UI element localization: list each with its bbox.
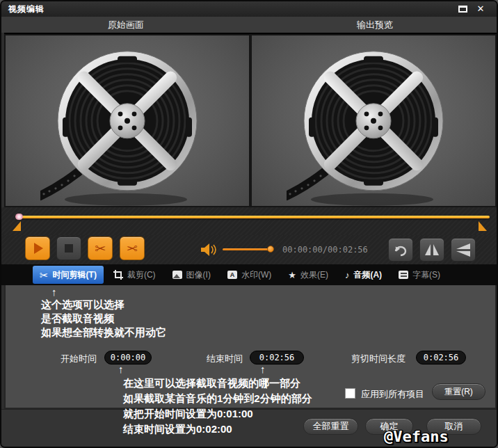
start-time-field[interactable]: 0:00:00: [104, 351, 152, 365]
timeline-playhead[interactable]: [15, 214, 23, 220]
start-time-label: 开始时间: [61, 353, 97, 365]
apply-all-label: 应用到所有项目: [361, 388, 424, 401]
hint-line: 就把开始时间设置为0:01:00: [123, 406, 312, 422]
scissors-icon: ✂: [95, 242, 106, 255]
watermark-text: @Vefans: [384, 428, 449, 445]
tab-label: 音频(A): [353, 269, 382, 281]
tab-crop[interactable]: 裁剪(C): [106, 266, 163, 284]
maximize-icon: [458, 6, 467, 13]
tab-label: 效果(E): [300, 269, 328, 281]
tab-label: 水印(W): [241, 269, 271, 281]
play-icon: [34, 243, 43, 254]
tab-image[interactable]: 图像(I): [166, 266, 218, 284]
timeline-strip: [1, 207, 497, 235]
cut-length-field[interactable]: 0:02:56: [416, 351, 466, 365]
tab-audio[interactable]: ♪ 音频(A): [338, 266, 389, 284]
title-bar: 视频编辑 ✕: [1, 1, 497, 17]
volume-icon[interactable]: [200, 243, 217, 257]
flip-horizontal-button[interactable]: [419, 238, 444, 262]
crop-icon: [113, 270, 123, 280]
transport-controls: ✂ ✂ 00:00:00/00:02:56: [1, 235, 497, 264]
flip-horizontal-icon: [424, 242, 440, 257]
tab-effects[interactable]: ★ 效果(E): [281, 266, 335, 284]
trim-start-marker[interactable]: [13, 221, 21, 231]
preview-panels: [4, 33, 497, 207]
watermark-icon: A: [227, 271, 237, 279]
rotate-icon: [393, 242, 408, 257]
trim-end-marker[interactable]: [479, 221, 487, 231]
original-video-panel: [6, 35, 249, 206]
star-icon: ★: [288, 271, 296, 280]
hint-bottom-text: 在这里可以选择截取音视频的哪一部分 如果截取某首音乐的1分钟到2分钟的部分 就把…: [123, 376, 312, 437]
preview-label-row: 原始画面 输出预览: [1, 17, 497, 33]
hint-arrow-up: ↑: [51, 286, 57, 298]
hint-line: 如果截取某首音乐的1分钟到2分钟的部分: [123, 391, 312, 406]
scissors-icon: ✂: [40, 270, 49, 280]
cut-start-button[interactable]: ✂: [88, 237, 113, 260]
hint-line: 是否截取音视频: [41, 312, 166, 326]
tab-subtitles[interactable]: 字幕(S): [392, 266, 447, 284]
volume-slider[interactable]: [223, 248, 271, 250]
output-video-panel: [252, 35, 495, 206]
volume-slider-handle[interactable]: [267, 246, 274, 253]
reset-button[interactable]: 重置(R): [432, 383, 485, 400]
stop-button[interactable]: [56, 237, 81, 260]
tab-time-clip[interactable]: ✂ 时间剪辑(T): [33, 266, 104, 284]
flip-vertical-icon: [455, 242, 472, 257]
image-icon: [172, 271, 182, 279]
tab-label: 裁剪(C): [127, 269, 156, 281]
film-reel-image: [40, 40, 214, 206]
window-title: 视频编辑: [8, 3, 45, 15]
stop-icon: [65, 244, 73, 253]
apply-all-checkbox[interactable]: [345, 388, 355, 399]
cut-length-label: 剪切时间长度: [351, 353, 405, 365]
hint-line: 结束时间设置为0:02:00: [123, 422, 312, 437]
hint-line: 如果想全部转换就不用动它: [41, 326, 166, 339]
tab-label: 图像(I): [186, 269, 211, 281]
scissors-icon: ✂: [127, 242, 138, 255]
output-preview-label: 输出预览: [250, 19, 498, 31]
flip-vertical-button[interactable]: [451, 238, 476, 262]
hint-line: 这个选项可以选择: [41, 298, 166, 312]
close-button[interactable]: ✕: [474, 3, 487, 14]
cut-end-button[interactable]: ✂: [120, 237, 145, 260]
tab-label: 字幕(S): [412, 269, 440, 281]
maximize-button[interactable]: [456, 3, 469, 14]
hint-line: 在这里可以选择截取音视频的哪一部分: [123, 376, 312, 391]
tab-label: 时间剪辑(T): [53, 269, 97, 281]
rotate-button[interactable]: [388, 238, 413, 262]
hint-arrow-up: ↑: [118, 363, 124, 375]
play-button[interactable]: [25, 237, 50, 260]
timeline-track[interactable]: [18, 216, 490, 218]
film-reel-image: [287, 40, 460, 206]
tab-bar: ✂ 时间剪辑(T) 裁剪(C) 图像(I) A 水印(W) ★ 效果(E) ♪ …: [1, 264, 497, 285]
video-edit-window: 视频编辑 ✕ 原始画面 输出预览: [0, 0, 498, 448]
original-preview-label: 原始画面: [1, 19, 250, 31]
tab-watermark[interactable]: A 水印(W): [220, 266, 278, 284]
hint-arrow-up: ↑: [260, 363, 266, 375]
subtitle-icon: [399, 271, 408, 279]
end-time-label: 结束时间: [207, 353, 243, 365]
music-note-icon: ♪: [345, 271, 350, 280]
time-display: 00:00:00/00:02:56: [282, 245, 368, 255]
hint-top-text: 这个选项可以选择 是否截取音视频 如果想全部转换就不用动它: [41, 298, 166, 339]
end-time-field[interactable]: 0:02:56: [250, 351, 304, 365]
